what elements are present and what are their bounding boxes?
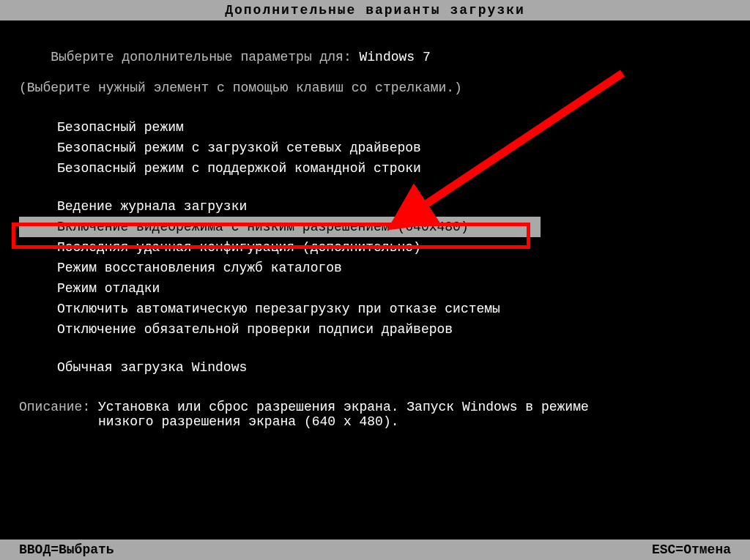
boot-options-list: Безопасный режим Безопасный режим с загр…	[57, 117, 731, 378]
page-title: Дополнительные варианты загрузки	[225, 3, 525, 18]
description-text-1: Установка или сброс разрешения экрана. З…	[98, 400, 589, 414]
footer-bar: ВВОД=Выбрать ESC=Отмена	[0, 540, 750, 560]
option-safe-mode[interactable]: Безопасный режим	[57, 117, 731, 138]
content-area: Выберите дополнительные параметры для: W…	[0, 20, 750, 429]
title-bar: Дополнительные варианты загрузки	[0, 0, 750, 20]
footer-esc-label: ESC=Отмена	[652, 542, 731, 557]
option-ds-restore[interactable]: Режим восстановления служб каталогов	[57, 258, 731, 278]
option-disable-auto-restart[interactable]: Отключить автоматическую перезагрузку пр…	[57, 299, 731, 319]
option-debug-mode[interactable]: Режим отладки	[57, 278, 731, 299]
option-safe-mode-networking[interactable]: Безопасный режим с загрузкой сетевых дра…	[57, 138, 731, 158]
prompt-line: Выберите дополнительные параметры для: W…	[19, 35, 731, 79]
description-line-1: Описание: Установка или сброс разрешения…	[19, 400, 731, 414]
os-name: Windows 7	[360, 50, 431, 64]
option-low-res-video[interactable]: Включение видеорежима с низким разрешени…	[19, 217, 541, 237]
description-line-2: низкого разрешения экрана (640 x 480).	[19, 414, 731, 429]
footer-enter-label: ВВОД=Выбрать	[19, 542, 114, 557]
description-label: Описание:	[19, 400, 98, 414]
description-text-2: низкого разрешения экрана (640 x 480).	[98, 414, 398, 429]
option-normal-boot[interactable]: Обычная загрузка Windows	[57, 357, 731, 378]
instruction-line: (Выберите нужный элемент с помощью клави…	[19, 81, 731, 95]
option-last-known-good[interactable]: Последняя удачная конфигурация (дополнит…	[57, 237, 731, 258]
option-disable-driver-sig[interactable]: Отключение обязательной проверки подписи…	[57, 319, 731, 340]
option-boot-logging[interactable]: Ведение журнала загрузки	[57, 196, 731, 217]
prompt-prefix: Выберите дополнительные параметры для:	[51, 50, 359, 64]
option-safe-mode-command[interactable]: Безопасный режим с поддержкой командной …	[57, 158, 731, 179]
